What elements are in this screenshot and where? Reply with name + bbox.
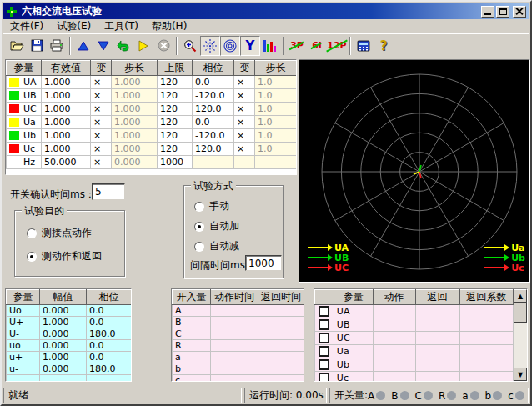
interval-input[interactable] [245, 255, 282, 271]
maximize-button[interactable] [496, 6, 509, 18]
limit-cell[interactable]: 120 [158, 76, 193, 89]
value-cell[interactable]: 1.000 [42, 143, 91, 156]
phase-step-cell[interactable]: 1.0 [255, 143, 297, 156]
menu-tools[interactable]: 工具(T) [98, 18, 145, 34]
radio-icon [27, 228, 37, 238]
checkbox-cell[interactable] [315, 332, 334, 345]
vary-cell[interactable]: × [91, 129, 112, 143]
result-scrollbar[interactable]: ▲ ▼ [514, 289, 527, 381]
limit-cell[interactable]: 1000 [158, 156, 193, 169]
scroll-thumb[interactable] [514, 303, 527, 323]
phase-cell[interactable]: 0.0 [193, 116, 234, 129]
crosshair-view-button[interactable] [200, 36, 220, 56]
limit-cell[interactable]: 120 [158, 129, 193, 143]
step-cell[interactable]: 1.000 [112, 143, 158, 156]
step-cell[interactable]: 1.000 [112, 129, 158, 143]
phase-vary-cell[interactable]: × [234, 103, 255, 116]
limit-cell[interactable]: 120 [158, 103, 193, 116]
phase-vary-cell[interactable]: × [234, 89, 255, 103]
menu-test[interactable]: 试验(E) [50, 18, 98, 34]
checkbox-cell[interactable] [315, 358, 334, 372]
step-cell[interactable]: 1.000 [112, 116, 158, 129]
checkbox-cell[interactable] [315, 372, 334, 383]
phase-cell[interactable]: -120.0 [193, 89, 234, 103]
phase-step-cell[interactable]: 1.0 [255, 103, 297, 116]
step-cell[interactable]: 1.000 [112, 76, 158, 89]
raise-button[interactable] [73, 36, 93, 56]
open-button[interactable] [7, 36, 27, 56]
circles-view-button[interactable] [220, 36, 240, 56]
step-cell[interactable]: 1.000 [112, 103, 158, 116]
phase-cell[interactable]: 0.0 [193, 76, 234, 89]
switch-indicator: A [368, 390, 391, 402]
close-button[interactable] [513, 6, 526, 18]
radio-manual[interactable]: 手动 [194, 199, 229, 213]
value-cell[interactable]: 50.000 [42, 156, 91, 169]
mode-12p-button[interactable]: 12P [327, 36, 347, 56]
phase-step-cell[interactable]: 1.0 [255, 76, 297, 89]
phase-vary-cell[interactable] [234, 156, 255, 169]
limit-cell[interactable]: 120 [158, 143, 193, 156]
radio-action-return[interactable]: 测动作和返回 [27, 249, 102, 263]
stop-button[interactable] [153, 36, 173, 56]
checkbox-cell[interactable] [315, 345, 334, 358]
value-cell[interactable]: 1.000 [42, 103, 91, 116]
radio-auto-increase[interactable]: 自动加 [194, 219, 239, 233]
vary-cell[interactable]: × [91, 156, 112, 169]
vary-cell[interactable]: × [91, 143, 112, 156]
vary-cell[interactable]: × [91, 76, 112, 89]
phase-cell[interactable]: -120.0 [193, 129, 234, 143]
phasor-legend-left: UA UB UC [308, 243, 349, 272]
vary-cell[interactable]: × [91, 103, 112, 116]
phase-cell[interactable]: 120.0 [193, 103, 234, 116]
vary-cell[interactable]: × [91, 89, 112, 103]
value-cell[interactable]: 1.000 [42, 129, 91, 143]
zoom-button[interactable] [180, 36, 200, 56]
phase-vary-cell[interactable]: × [234, 76, 255, 89]
phase-vary-cell[interactable]: × [234, 143, 255, 156]
radio-auto-decrease[interactable]: 自动减 [194, 239, 239, 253]
confirm-time-input[interactable] [92, 183, 125, 200]
save-button[interactable] [27, 36, 47, 56]
param-name-cell: UA [7, 76, 42, 89]
phase-vary-cell[interactable]: × [234, 129, 255, 143]
phase-step-cell[interactable]: 1.0 [255, 116, 297, 129]
vector-view-button[interactable]: Y [240, 36, 260, 56]
phase-cell[interactable]: 120.0 [193, 143, 234, 156]
menu-help[interactable]: 帮助(H) [145, 18, 193, 34]
help-button[interactable]: ? [374, 36, 394, 56]
limit-cell[interactable]: 120 [158, 116, 193, 129]
minimize-button[interactable] [481, 6, 494, 18]
phase-step-cell[interactable] [255, 156, 297, 169]
checkbox-cell[interactable] [315, 318, 334, 332]
value-cell[interactable]: 1.000 [42, 89, 91, 103]
step-cell[interactable]: 0.000 [112, 156, 158, 169]
lower-button[interactable] [93, 36, 113, 56]
vary-cell[interactable]: × [91, 116, 112, 129]
mode-3p-button[interactable]: 3P [287, 36, 307, 56]
phase-cell[interactable] [193, 156, 234, 169]
phase-step-cell[interactable]: 1.0 [255, 129, 297, 143]
phase-color-swatch [9, 158, 19, 167]
reset-button[interactable] [113, 36, 133, 56]
print-button[interactable] [47, 36, 67, 56]
scroll-up-button[interactable]: ▲ [514, 289, 527, 303]
step-cell[interactable]: 1.000 [112, 89, 158, 103]
scroll-down-button[interactable]: ▼ [514, 368, 527, 381]
checkbox-cell[interactable] [315, 305, 334, 318]
calculator-button[interactable] [354, 36, 374, 56]
bar-view-button[interactable] [260, 36, 280, 56]
app-icon [6, 6, 18, 18]
mode-6i-button[interactable]: 6I [307, 36, 327, 56]
phase-vary-cell[interactable]: × [234, 116, 255, 129]
value-cell[interactable]: 1.000 [42, 76, 91, 89]
limit-cell[interactable]: 120 [158, 89, 193, 103]
radio-contact-action[interactable]: 测接点动作 [27, 226, 92, 240]
legend-item: Uc [484, 263, 525, 272]
value-cell[interactable]: 1.000 [42, 116, 91, 129]
result-cell: Uc [334, 372, 373, 383]
menu-file[interactable]: 文件(F) [3, 18, 50, 34]
table-cell [40, 375, 87, 383]
start-button[interactable] [133, 36, 153, 56]
phase-step-cell[interactable]: 1.0 [255, 89, 297, 103]
